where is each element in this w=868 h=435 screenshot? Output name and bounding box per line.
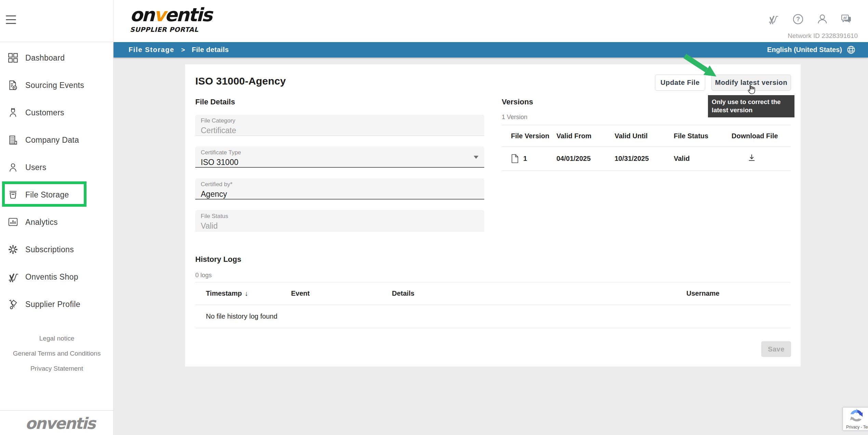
col-download-file: Download File bbox=[732, 132, 791, 140]
help-icon[interactable]: ? bbox=[792, 13, 804, 26]
sidebar-item-customers[interactable]: Customers bbox=[0, 99, 114, 126]
person-icon bbox=[7, 162, 19, 173]
dashboard-icon bbox=[7, 52, 19, 64]
onventis-shop-cart-icon[interactable] bbox=[767, 13, 780, 26]
sidebar-bottom-divider bbox=[0, 410, 114, 411]
chat-ai-icon[interactable]: ai bbox=[840, 13, 853, 26]
sidebar-item-onventis-shop[interactable]: Onventis Shop bbox=[0, 263, 114, 291]
person-crown-icon bbox=[7, 107, 19, 118]
file-details-heading: File Details bbox=[195, 98, 235, 106]
onventis-logo: onventis SUPPLIER PORTAL bbox=[130, 5, 211, 33]
field-value: ISO 31000 bbox=[201, 158, 479, 167]
shop-cart-icon bbox=[7, 271, 19, 283]
page-title: ISO 31000-Agency bbox=[195, 75, 286, 87]
certificate-type-select[interactable]: Certificate Type ISO 31000 bbox=[195, 146, 484, 168]
sidebar-item-label: Supplier Profile bbox=[25, 300, 80, 309]
history-logs-table: Timestamp ↓ Event Details Username No fi… bbox=[195, 282, 790, 328]
menu-hamburger-icon[interactable] bbox=[6, 15, 16, 27]
history-table-header: Timestamp ↓ Event Details Username bbox=[195, 282, 790, 305]
file-document-icon bbox=[511, 154, 519, 164]
breadcrumb-bar: File Storage > File details English (Uni… bbox=[114, 42, 868, 57]
globe-icon[interactable] bbox=[846, 45, 856, 54]
sidebar-item-company-data[interactable]: Company Data bbox=[0, 126, 114, 154]
modify-latest-version-button[interactable]: Modify latest version bbox=[711, 75, 791, 91]
privacy-link[interactable]: Privacy Statement bbox=[0, 365, 114, 372]
sidebar-item-label: Sourcing Events bbox=[25, 81, 84, 90]
col-username: Username bbox=[686, 290, 790, 297]
versions-table-header: File Version Valid From Valid Until File… bbox=[502, 125, 791, 147]
version-number: 1 bbox=[523, 155, 527, 163]
header-icon-row: ? ai bbox=[767, 13, 853, 26]
sidebar-footer-links: Legal notice General Terms and Condition… bbox=[0, 335, 114, 380]
app-root: onventis SUPPLIER PORTAL ? ai bbox=[0, 0, 868, 435]
field-value: Certificate bbox=[201, 126, 479, 135]
logo-orange-v: v bbox=[154, 4, 165, 26]
recaptcha-privacy-terms[interactable]: Privacy - Term bbox=[846, 425, 868, 430]
versions-count: 1 Version bbox=[502, 114, 527, 121]
legal-notice-link[interactable]: Legal notice bbox=[0, 335, 114, 342]
file-status-cell: Valid bbox=[674, 155, 732, 163]
field-label: File Category bbox=[201, 117, 479, 124]
sidebar-item-supplier-profile[interactable]: Supplier Profile bbox=[0, 291, 114, 318]
recaptcha-badge[interactable]: Privacy - Term bbox=[843, 407, 868, 431]
field-label: Certificate Type bbox=[201, 149, 479, 156]
sidebar-item-dashboard[interactable]: Dashboard bbox=[0, 44, 114, 72]
svg-text:%: % bbox=[14, 86, 16, 89]
valid-from-cell: 04/01/2025 bbox=[556, 155, 615, 163]
col-valid-until: Valid Until bbox=[615, 132, 674, 140]
document-percent-icon: % bbox=[7, 79, 19, 91]
col-event: Event bbox=[291, 290, 392, 297]
history-empty-row: No file history log found bbox=[195, 305, 790, 328]
sidebar: Dashboard % Sourcing Events bbox=[0, 0, 114, 435]
network-id: Network ID 2328391610 bbox=[788, 32, 858, 40]
sidebar-item-subscriptions[interactable]: Subscriptions bbox=[0, 236, 114, 263]
versions-heading: Versions bbox=[502, 98, 533, 106]
versions-table: File Version Valid From Valid Until File… bbox=[502, 125, 791, 171]
terms-link[interactable]: General Terms and Conditions bbox=[0, 350, 114, 357]
recaptcha-icon bbox=[849, 408, 864, 424]
file-details-form: File Category Certificate Certificate Ty… bbox=[195, 115, 484, 231]
modify-button-tooltip: Only use to correct the latest version bbox=[708, 95, 794, 117]
breadcrumb-file-storage[interactable]: File Storage bbox=[129, 46, 174, 54]
breadcrumb-separator: > bbox=[181, 46, 185, 54]
field-label: Certified by* bbox=[201, 181, 479, 188]
col-timestamp[interactable]: Timestamp ↓ bbox=[195, 290, 291, 297]
storage-bin-icon bbox=[7, 189, 19, 201]
field-value: Agency bbox=[201, 190, 479, 199]
col-details: Details bbox=[392, 290, 686, 297]
sidebar-item-label: Subscriptions bbox=[25, 245, 74, 254]
field-value: Valid bbox=[201, 221, 479, 231]
save-button[interactable]: Save bbox=[761, 341, 791, 357]
bar-chart-icon bbox=[7, 216, 19, 228]
language-selector[interactable]: English (United States) bbox=[767, 45, 856, 54]
sort-desc-icon[interactable]: ↓ bbox=[245, 290, 248, 297]
chevron-down-icon[interactable] bbox=[474, 156, 478, 159]
gear-icon bbox=[7, 244, 19, 255]
download-icon[interactable] bbox=[747, 153, 756, 164]
logo-wordmark: onventis bbox=[130, 5, 211, 25]
svg-text:ai: ai bbox=[843, 15, 847, 20]
breadcrumb-file-details: File details bbox=[192, 46, 229, 54]
account-icon[interactable] bbox=[816, 13, 829, 26]
hand-truck-icon bbox=[7, 298, 19, 310]
col-timestamp-label: Timestamp bbox=[206, 290, 242, 297]
sidebar-header-divider bbox=[0, 42, 114, 42]
sidebar-item-analytics[interactable]: Analytics bbox=[0, 208, 114, 236]
update-file-button[interactable]: Update File bbox=[655, 75, 705, 91]
sidebar-item-file-storage[interactable]: File Storage bbox=[0, 181, 114, 208]
certified-by-input[interactable]: Certified by* Agency bbox=[195, 178, 484, 200]
field-label: File Status bbox=[201, 213, 479, 220]
history-logs-count: 0 logs bbox=[195, 272, 212, 279]
col-file-version: File Version bbox=[502, 132, 556, 140]
sidebar-item-label: Company Data bbox=[25, 136, 79, 145]
sidebar-item-sourcing-events[interactable]: % Sourcing Events bbox=[0, 72, 114, 99]
sidebar-item-label: Customers bbox=[25, 108, 64, 117]
sidebar-item-label: Dashboard bbox=[25, 53, 65, 63]
building-icon bbox=[7, 134, 19, 146]
file-status-field: File Status Valid bbox=[195, 210, 484, 231]
sidebar-bottom-logo: onventis bbox=[25, 414, 95, 433]
sidebar-nav: Dashboard % Sourcing Events bbox=[0, 44, 114, 318]
valid-until-cell: 10/31/2025 bbox=[615, 155, 674, 163]
sidebar-item-users[interactable]: Users bbox=[0, 154, 114, 181]
language-label[interactable]: English (United States) bbox=[767, 46, 842, 54]
